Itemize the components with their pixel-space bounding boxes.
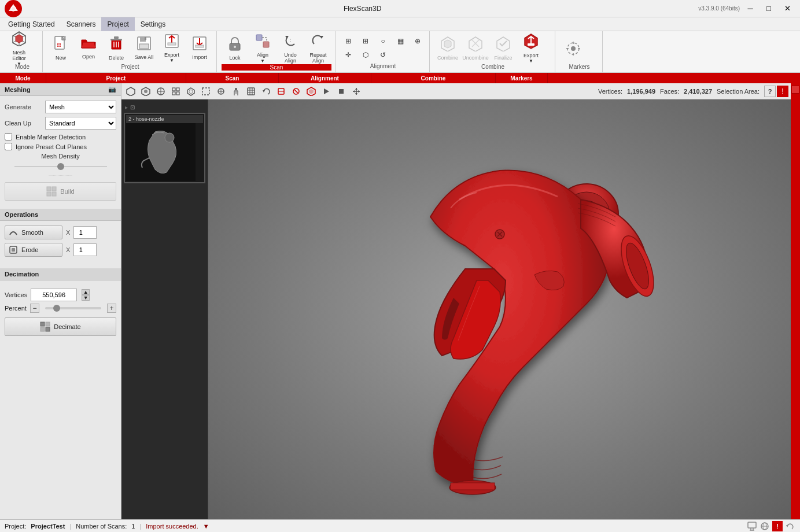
svg-rect-15 bbox=[114, 36, 119, 39]
help-button[interactable]: ? bbox=[764, 86, 776, 97]
vp-tool-move[interactable] bbox=[349, 85, 363, 98]
export-combine-button[interactable]: Export ▼ bbox=[518, 34, 544, 64]
menu-project[interactable]: Project bbox=[101, 17, 134, 31]
percent-slider[interactable] bbox=[45, 307, 101, 309]
generate-select[interactable]: Mesh Point Cloud bbox=[45, 101, 116, 113]
percent-minus-button[interactable]: − bbox=[30, 304, 39, 313]
decimate-button[interactable]: Decimate bbox=[5, 317, 116, 336]
warning-indicator: ! bbox=[777, 86, 788, 97]
new-button[interactable]: New bbox=[47, 34, 74, 64]
maximize-button[interactable]: □ bbox=[761, 3, 777, 14]
alignment-tool-2[interactable]: ⊞ bbox=[357, 35, 374, 47]
svg-marker-90 bbox=[324, 88, 329, 94]
vp-tool-undo[interactable] bbox=[259, 85, 273, 98]
vertices-up-button[interactable]: ▲ bbox=[82, 289, 90, 295]
vp-tool-6[interactable] bbox=[199, 85, 213, 98]
erode-button[interactable]: Erode bbox=[5, 243, 62, 257]
repeat-align-button[interactable]: Repeat Align bbox=[305, 34, 331, 64]
vp-tool-1[interactable] bbox=[124, 85, 138, 98]
meshing-content: Generate Mesh Point Cloud Clean Up Stand… bbox=[0, 96, 121, 205]
combine-button[interactable]: Combine bbox=[434, 34, 461, 64]
import-label: Import bbox=[192, 55, 207, 61]
enable-marker-detection-checkbox[interactable] bbox=[5, 133, 12, 141]
export-button[interactable]: Export ▼ bbox=[158, 34, 185, 64]
alignment-tool-8[interactable]: ↺ bbox=[375, 49, 391, 61]
alignment-tool-6[interactable]: ✛ bbox=[340, 49, 356, 61]
uncombine-button[interactable]: Uncombine bbox=[462, 34, 489, 64]
minimize-button[interactable]: ─ bbox=[742, 3, 758, 14]
smooth-button[interactable]: Smooth bbox=[5, 226, 62, 239]
svg-rect-52 bbox=[47, 192, 51, 196]
menu-settings[interactable]: Settings bbox=[135, 17, 171, 31]
toolbar-project-section: New Open bbox=[44, 31, 217, 73]
vp-tool-stop[interactable] bbox=[334, 85, 348, 98]
alignment-tool-1[interactable]: ⊞ bbox=[340, 35, 356, 47]
svg-rect-32 bbox=[263, 42, 269, 47]
svg-point-77 bbox=[235, 88, 237, 90]
import-button[interactable]: Import bbox=[186, 34, 213, 64]
svg-rect-110 bbox=[748, 522, 756, 528]
save-all-icon bbox=[137, 36, 152, 54]
vp-tool-7[interactable] bbox=[214, 85, 228, 98]
open-button[interactable]: Open bbox=[75, 34, 102, 64]
vertices-down-button[interactable]: ▼ bbox=[82, 295, 90, 301]
vp-tool-2[interactable] bbox=[139, 85, 153, 98]
monitor-icon bbox=[747, 521, 757, 531]
import-status[interactable]: Import succeeded. bbox=[146, 523, 198, 530]
percent-plus-button[interactable]: + bbox=[107, 304, 116, 313]
alignment-tool-7[interactable]: ⬡ bbox=[357, 49, 374, 61]
svg-marker-72 bbox=[189, 90, 193, 94]
import-arrow[interactable]: ▼ bbox=[203, 523, 209, 530]
scan-thumbnail-container[interactable]: 2 - hose-nozzle bbox=[124, 113, 205, 183]
alignment-tool-3[interactable]: ○ bbox=[375, 35, 391, 47]
lock-button[interactable]: Lock bbox=[222, 34, 248, 64]
vp-tool-12[interactable] bbox=[289, 85, 303, 98]
build-button[interactable]: Build bbox=[5, 182, 116, 201]
svg-rect-68 bbox=[176, 88, 179, 91]
meshing-collapse-icon[interactable]: 📷 bbox=[108, 86, 116, 93]
percent-thumb[interactable] bbox=[53, 305, 60, 312]
mesh-density-slider[interactable] bbox=[14, 162, 107, 171]
close-button[interactable]: ✕ bbox=[779, 3, 795, 14]
right-indicator bbox=[791, 86, 799, 94]
undo-align-button[interactable]: Undo Align bbox=[277, 34, 304, 64]
menu-scanners[interactable]: Scanners bbox=[61, 17, 102, 31]
finalize-icon bbox=[495, 35, 511, 54]
delete-button[interactable]: Delete bbox=[103, 34, 130, 64]
import-icon bbox=[192, 36, 207, 54]
vp-tool-13[interactable] bbox=[304, 85, 318, 98]
alignment-tool-5[interactable]: ⊕ bbox=[410, 35, 426, 47]
svg-marker-96 bbox=[353, 90, 355, 93]
vp-tool-3[interactable] bbox=[154, 85, 168, 98]
ignore-preset-cut-planes-checkbox[interactable] bbox=[5, 143, 12, 150]
align-label: Align bbox=[257, 53, 268, 58]
export-label: Export bbox=[164, 53, 179, 58]
delete-label: Delete bbox=[109, 56, 124, 61]
repeat-align-icon bbox=[311, 34, 326, 51]
markers-tool[interactable] bbox=[560, 34, 587, 64]
finalize-button[interactable]: Finalize bbox=[490, 34, 517, 64]
erode-value-input[interactable] bbox=[73, 243, 97, 256]
vp-tool-person[interactable] bbox=[229, 85, 243, 98]
alignment-tool-4[interactable]: ▦ bbox=[392, 35, 408, 47]
mesh-editor-button[interactable]: Mesh Editor ▼ bbox=[6, 34, 32, 64]
vp-tool-5[interactable] bbox=[184, 85, 198, 98]
svg-rect-57 bbox=[40, 322, 45, 326]
refresh-icon[interactable] bbox=[785, 521, 795, 531]
save-all-button[interactable]: Save All bbox=[131, 34, 157, 64]
vp-tool-11[interactable] bbox=[274, 85, 288, 98]
vertices-input[interactable] bbox=[31, 289, 77, 301]
svg-rect-70 bbox=[176, 92, 179, 95]
cleanup-select[interactable]: Standard High Low None bbox=[45, 117, 116, 130]
vp-tool-9[interactable] bbox=[244, 85, 258, 98]
vp-tool-4[interactable] bbox=[169, 85, 183, 98]
smooth-value-input[interactable] bbox=[73, 226, 97, 239]
3d-viewport[interactable]: CHINA bbox=[208, 99, 791, 519]
svg-rect-78 bbox=[248, 88, 255, 95]
svg-rect-54 bbox=[52, 192, 56, 196]
align-button[interactable]: Align ▼ bbox=[249, 34, 276, 64]
version-label: v3.3.9.0 (64bits) bbox=[698, 5, 740, 12]
menu-getting-started[interactable]: Getting Started bbox=[2, 17, 61, 31]
vp-tool-play[interactable] bbox=[319, 85, 333, 98]
toolbar-mode-section: Mesh Editor ▼ Mode bbox=[2, 31, 43, 73]
